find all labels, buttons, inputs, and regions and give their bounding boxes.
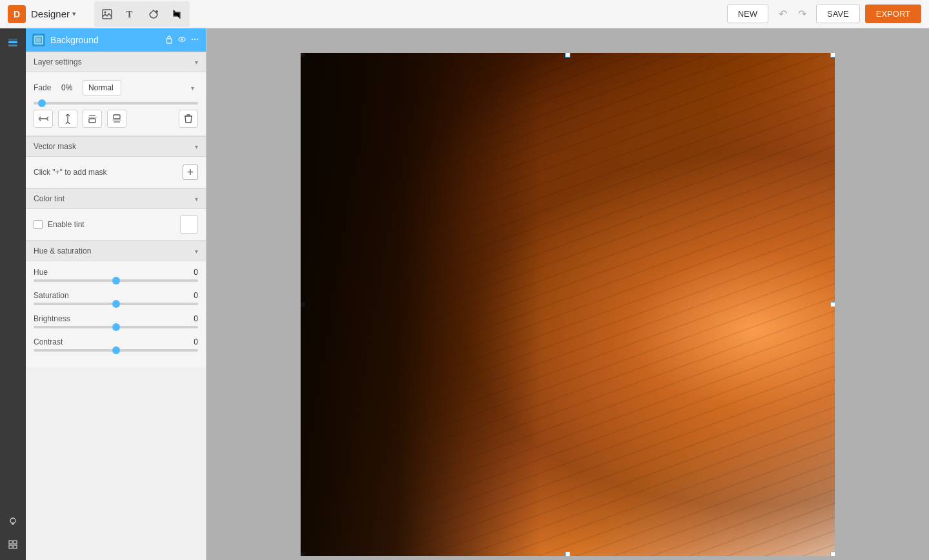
enable-tint-row: Enable tint: [34, 215, 198, 234]
canvas-area[interactable]: [206, 28, 929, 560]
brightness-slider-track[interactable]: [34, 326, 198, 328]
title-dropdown-arrow[interactable]: ▾: [72, 10, 76, 18]
svg-rect-11: [14, 545, 17, 548]
grid-icon-btn[interactable]: [3, 534, 23, 555]
enable-tint-checkbox[interactable]: [34, 220, 43, 229]
layer-settings-chevron: ▾: [195, 59, 198, 66]
fade-label: Fade: [34, 83, 56, 92]
layer-name: Background: [50, 35, 159, 45]
app-logo: D: [8, 5, 26, 23]
handle-top-right[interactable]: [830, 53, 835, 57]
crop-tool-btn[interactable]: [166, 4, 187, 25]
contrast-label: Contrast: [34, 337, 63, 346]
layer-type-icon: [32, 34, 45, 46]
topbar-actions: NEW ↶ ↷ SAVE EXPORT: [727, 5, 921, 23]
layer-icon-row: [34, 110, 198, 128]
brightness-slider-thumb[interactable]: [112, 323, 120, 331]
layer-eye-icon[interactable]: [177, 35, 186, 46]
fade-value: 0%: [61, 83, 77, 92]
svg-point-1: [105, 11, 106, 13]
enable-tint-label: Enable tint: [48, 220, 175, 229]
vector-mask-body: Click "+" to add mask +: [26, 157, 206, 188]
lightbulb-icon-btn[interactable]: [3, 511, 23, 532]
contrast-slider-track[interactable]: [34, 349, 198, 352]
canvas-image[interactable]: [301, 53, 835, 556]
shape-tool-btn[interactable]: [143, 4, 164, 25]
vector-mask-header[interactable]: Vector mask ▾: [26, 136, 206, 157]
export-button[interactable]: EXPORT: [865, 5, 921, 23]
layer-header: Background: [26, 28, 206, 52]
saturation-label: Saturation: [34, 291, 69, 300]
svg-rect-20: [89, 119, 95, 123]
svg-rect-14: [166, 39, 172, 43]
undo-button[interactable]: ↶: [774, 5, 792, 23]
move-vertical-btn[interactable]: [58, 110, 77, 128]
saturation-slider-track[interactable]: [34, 303, 198, 305]
saturation-label-row: Saturation 0: [34, 291, 198, 300]
move-horizontal-btn[interactable]: [34, 110, 53, 128]
contrast-slider-thumb[interactable]: [112, 346, 120, 354]
handle-top-middle[interactable]: [565, 53, 570, 57]
handle-middle-right[interactable]: [830, 302, 835, 307]
redo-button[interactable]: ↷: [793, 5, 811, 23]
hue-slider-track[interactable]: [34, 279, 198, 282]
layer-settings-header[interactable]: Layer settings ▾: [26, 52, 206, 72]
svg-rect-8: [9, 541, 12, 544]
layer-settings-body: Fade 0% Normal Multiply Screen Overlay D…: [26, 72, 206, 136]
contrast-section: Contrast 0: [34, 337, 198, 352]
delete-layer-btn[interactable]: [179, 110, 198, 128]
color-tint-header[interactable]: Color tint ▾: [26, 188, 206, 209]
topbar: D Designer ▾ T NEW ↶ ↷ SAVE EXPORT: [0, 0, 929, 28]
contrast-value: 0: [194, 337, 198, 346]
hue-section: Hue 0: [34, 268, 198, 282]
saturation-value: 0: [194, 291, 198, 300]
handle-bottom-right[interactable]: [830, 552, 835, 556]
svg-rect-10: [9, 545, 12, 548]
handle-top-left[interactable]: [301, 53, 305, 57]
fade-slider-thumb[interactable]: [38, 99, 46, 107]
handle-middle-left[interactable]: [301, 302, 305, 307]
save-button[interactable]: SAVE: [816, 5, 860, 23]
undo-redo-group: ↶ ↷: [774, 5, 811, 23]
blend-mode-wrapper: Normal Multiply Screen Overlay Darken Li…: [83, 80, 198, 95]
svg-rect-4: [8, 41, 17, 43]
svg-point-16: [181, 38, 183, 40]
layer-up-btn[interactable]: [83, 110, 102, 128]
svg-rect-22: [89, 115, 95, 116]
hue-value: 0: [194, 268, 198, 277]
layer-down-btn[interactable]: [107, 110, 126, 128]
layer-menu-icon[interactable]: [190, 35, 199, 46]
canvas-frame: [206, 64, 929, 545]
svg-point-19: [197, 38, 198, 39]
handle-bottom-middle[interactable]: [565, 552, 570, 556]
image-tool-btn[interactable]: [97, 4, 117, 25]
svg-point-7: [10, 518, 15, 523]
layer-lock-icon[interactable]: [165, 35, 174, 46]
svg-point-17: [192, 38, 193, 39]
saturation-section: Saturation 0: [34, 291, 198, 305]
new-button[interactable]: NEW: [727, 5, 768, 23]
color-tint-body: Enable tint: [26, 209, 206, 241]
handle-bottom-left[interactable]: [301, 552, 305, 556]
blend-mode-select[interactable]: Normal Multiply Screen Overlay Darken Li…: [83, 80, 121, 95]
svg-rect-23: [114, 115, 120, 119]
tint-color-swatch[interactable]: [180, 215, 198, 234]
layer-header-actions: [165, 35, 199, 46]
svg-rect-21: [88, 117, 97, 118]
icon-bar-bottom: [3, 511, 23, 555]
blend-select-arrow: ▾: [191, 85, 194, 92]
brightness-section: Brightness 0: [34, 314, 198, 328]
fade-row: Fade 0% Normal Multiply Screen Overlay D…: [34, 80, 198, 95]
add-mask-button[interactable]: +: [183, 165, 198, 180]
hue-label-row: Hue 0: [34, 268, 198, 277]
hue-label: Hue: [34, 268, 48, 277]
hue-saturation-header[interactable]: Hue & saturation ▾: [26, 241, 206, 261]
saturation-slider-thumb[interactable]: [112, 300, 120, 308]
fade-slider-track[interactable]: [34, 102, 198, 105]
color-tint-chevron: ▾: [195, 195, 198, 203]
add-mask-text: Click "+" to add mask: [34, 168, 107, 177]
hue-slider-thumb[interactable]: [112, 277, 120, 285]
layers-icon-btn[interactable]: [3, 34, 23, 54]
toolbar-tools: T: [94, 1, 190, 27]
text-tool-btn[interactable]: T: [120, 4, 141, 25]
